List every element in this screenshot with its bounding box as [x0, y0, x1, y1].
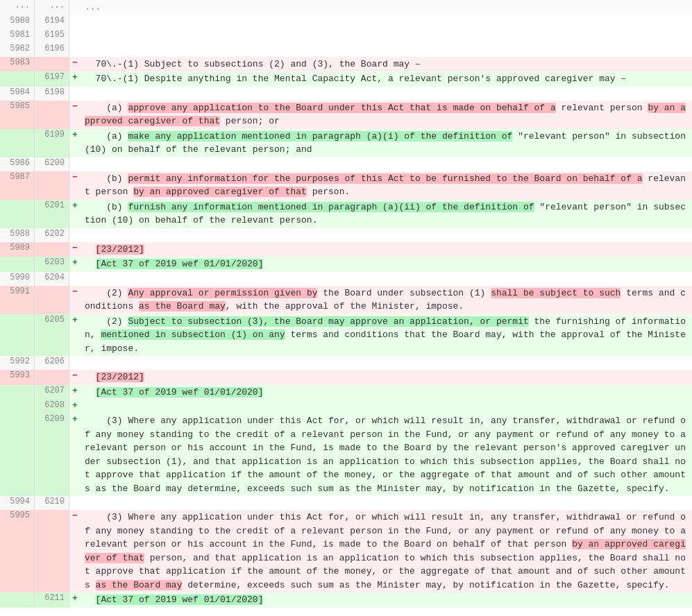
diff-line-content: [Act 37 of 2019 wef 01/01/2020]: [81, 257, 692, 272]
diff-line-content: (2) Any approval or permission given by …: [81, 286, 692, 314]
diff-row: ...... ...: [0, 0, 692, 15]
diff-line-content: ...: [81, 0, 692, 15]
new-line-num: 6204: [35, 272, 69, 286]
diff-sign: +: [69, 413, 81, 496]
diff-row: 59806194: [0, 15, 692, 29]
new-line-num: [35, 57, 69, 72]
old-line-num: ...: [0, 0, 35, 15]
diff-line-content: [81, 157, 692, 171]
new-line-num: 6205: [35, 314, 69, 357]
diff-line-content: [81, 400, 692, 413]
new-line-num: 6203: [35, 257, 69, 272]
diff-row: 6197+ 70\.-​(1) Despite anything in the …: [0, 71, 692, 87]
diff-sign: [69, 43, 81, 57]
diff-container: ...... ...59806194 59816195 59826196 598…: [0, 0, 692, 608]
new-line-num: 6202: [35, 228, 69, 242]
diff-line-content: [Act 37 of 2019 wef 01/01/2020]: [81, 385, 692, 400]
diff-row: 5993− [23/2012]: [0, 370, 692, 385]
old-line-num: [0, 314, 35, 357]
diff-line-content: (a) make any application mentioned in pa…: [81, 129, 692, 157]
diff-row: 59946210: [0, 496, 692, 510]
old-line-num: 5994: [0, 496, 35, 510]
diff-row: 6203+ [Act 37 of 2019 wef 01/01/2020]: [0, 257, 692, 272]
diff-line-content: (b) permit any information for the purpo…: [81, 171, 692, 200]
diff-line-content: [Act 37 of 2019 wef 01/01/2020]: [81, 592, 692, 608]
old-line-num: 5985: [0, 101, 35, 129]
old-line-num: 5986: [0, 157, 35, 171]
new-line-num: 6196: [35, 43, 69, 57]
diff-row: 59866200: [0, 157, 692, 171]
new-line-num: 6198: [35, 87, 69, 101]
old-line-num: [0, 257, 35, 272]
diff-sign: +: [69, 200, 81, 228]
new-line-num: 6208: [35, 400, 69, 413]
diff-row: 5985− (a) approve any application to the…: [0, 101, 692, 129]
diff-sign: [69, 356, 81, 370]
diff-sign: [69, 15, 81, 29]
diff-sign: −: [69, 370, 81, 385]
new-line-num: [35, 101, 69, 129]
old-line-num: [0, 400, 35, 413]
old-line-num: 5992: [0, 356, 35, 370]
diff-sign: −: [69, 171, 81, 200]
old-line-num: [0, 129, 35, 157]
diff-line-content: (b) furnish any information mentioned in…: [81, 200, 692, 228]
old-line-num: 5982: [0, 43, 35, 57]
new-line-num: 6209: [35, 413, 69, 496]
diff-row: 5991− (2) Any approval or permission giv…: [0, 286, 692, 314]
diff-sign: [69, 29, 81, 43]
diff-line-content: [23/2012]: [81, 242, 692, 257]
diff-sign: +: [69, 129, 81, 157]
old-line-num: 5981: [0, 29, 35, 43]
new-line-num: [35, 510, 69, 592]
diff-sign: −: [69, 101, 81, 129]
diff-sign: +: [69, 257, 81, 272]
diff-sign: +: [69, 385, 81, 400]
old-line-num: [0, 71, 35, 87]
old-line-num: [0, 413, 35, 496]
diff-row: 6205+ (2) Subject to subsection (3), the…: [0, 314, 692, 357]
diff-sign: −: [69, 57, 81, 72]
new-line-num: ...: [35, 0, 69, 15]
diff-row: 59826196: [0, 43, 692, 57]
old-line-num: 5984: [0, 87, 35, 101]
new-line-num: [35, 242, 69, 257]
old-line-num: 5995: [0, 510, 35, 592]
diff-row: 5983− 70\.-​(1) Subject to subsections (…: [0, 57, 692, 72]
new-line-num: [35, 370, 69, 385]
diff-row: 6199+ (a) make any application mentioned…: [0, 129, 692, 157]
diff-row: 6211+ [Act 37 of 2019 wef 01/01/2020]: [0, 592, 692, 608]
diff-row: 5989− [23/2012]: [0, 242, 692, 257]
diff-row: 59926206: [0, 356, 692, 370]
new-line-num: 6201: [35, 200, 69, 228]
old-line-num: 5980: [0, 15, 35, 29]
diff-row: 59886202: [0, 228, 692, 242]
diff-line-content: [81, 87, 692, 101]
old-line-num: [0, 385, 35, 400]
diff-line-content: [81, 15, 692, 29]
diff-line-content: (a) approve any application to the Board…: [81, 101, 692, 129]
diff-line-content: [81, 496, 692, 510]
new-line-num: 6195: [35, 29, 69, 43]
diff-sign: −: [69, 510, 81, 592]
diff-sign: [69, 496, 81, 510]
diff-sign: +: [69, 400, 81, 413]
diff-sign: +: [69, 592, 81, 608]
diff-line-content: [23/2012]: [81, 370, 692, 385]
new-line-num: 6194: [35, 15, 69, 29]
new-line-num: [35, 171, 69, 200]
diff-sign: −: [69, 242, 81, 257]
old-line-num: 5983: [0, 57, 35, 72]
diff-sign: [69, 228, 81, 242]
diff-line-content: 70\.-​(1) Subject to subsections (2) and…: [81, 57, 692, 72]
diff-sign: [69, 272, 81, 286]
diff-row: 6207+ [Act 37 of 2019 wef 01/01/2020]: [0, 385, 692, 400]
diff-sign: [69, 87, 81, 101]
diff-line-content: (3) Where any application under this Act…: [81, 510, 692, 592]
diff-row: 59816195: [0, 29, 692, 43]
new-line-num: 6210: [35, 496, 69, 510]
diff-row: 59906204: [0, 272, 692, 286]
diff-sign: [69, 0, 81, 15]
diff-row: 6208+: [0, 400, 692, 413]
new-line-num: 6207: [35, 385, 69, 400]
